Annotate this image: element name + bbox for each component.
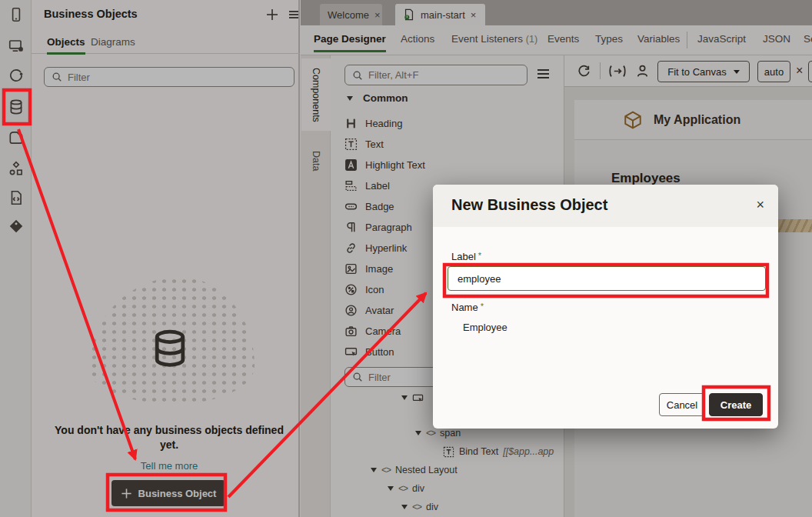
dialog-title: New Business Object xyxy=(451,196,607,214)
create-button[interactable]: Create xyxy=(709,393,763,416)
required-marker: * xyxy=(481,302,484,311)
label-field-label: Label* xyxy=(451,251,481,262)
required-marker: * xyxy=(478,251,481,260)
label-text: Name xyxy=(451,302,478,313)
new-business-object-dialog: New Business Object × Label* Name* Emplo… xyxy=(433,185,778,429)
label-field-input[interactable] xyxy=(448,266,766,291)
name-field-label: Name* xyxy=(451,302,484,313)
close-icon[interactable]: × xyxy=(756,197,764,213)
cancel-button[interactable]: Cancel xyxy=(659,393,705,416)
name-field-value: Employee xyxy=(463,322,508,333)
label-text: Label xyxy=(451,251,476,262)
